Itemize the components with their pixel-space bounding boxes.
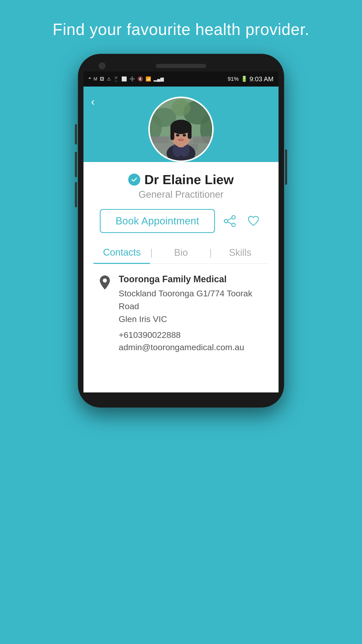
svg-point-29 xyxy=(103,278,107,283)
clinic-name: Tooronga Family Medical xyxy=(119,274,263,285)
svg-point-23 xyxy=(178,139,184,141)
location-pin-icon xyxy=(99,275,111,291)
status-time: 9:03 AM xyxy=(250,75,274,83)
gmail-icon: M xyxy=(94,76,97,82)
tagline: Find your favourite health provider. xyxy=(53,20,309,39)
clinic-address-line1: Stockland Tooronga G1/774 Toorak Road xyxy=(119,289,252,311)
tabs-row: Contacts | Bio | Skills xyxy=(94,242,268,264)
plus-icon: ➕ xyxy=(129,76,135,82)
signal-icon: ▂▄▆ xyxy=(154,76,164,82)
app-bottom-pad xyxy=(83,372,279,392)
avatar xyxy=(148,97,214,162)
favourite-button[interactable] xyxy=(245,212,262,230)
quote-icon: ❝ xyxy=(88,76,91,82)
battery-percentage: 91% xyxy=(228,76,239,82)
clinic-address-line2: Glen Iris VIC xyxy=(119,314,167,324)
volume-down-button xyxy=(75,152,77,177)
volume-up-button xyxy=(75,124,77,144)
heart-icon xyxy=(247,215,260,227)
status-icons-right: 91% 🔋 9:03 AM xyxy=(228,75,274,83)
speaker xyxy=(156,64,206,68)
phone-icon: 📱 xyxy=(113,76,119,82)
verified-icon xyxy=(128,174,140,186)
share-icon xyxy=(223,215,236,227)
back-button[interactable]: ‹ xyxy=(91,95,95,108)
svg-rect-7 xyxy=(150,137,169,143)
app-content: ‹ xyxy=(83,87,279,392)
svg-point-24 xyxy=(232,216,235,219)
power-button xyxy=(285,149,287,185)
battery-icon: 🔋 xyxy=(241,76,248,82)
checkmark-icon xyxy=(131,176,138,183)
doctor-name-row: Dr Elaine Liew xyxy=(128,172,234,187)
front-camera xyxy=(99,62,106,69)
tab-contacts[interactable]: Contacts xyxy=(94,242,150,264)
silent-button xyxy=(75,182,77,207)
tab-divider-2: | xyxy=(209,247,212,258)
svg-point-22 xyxy=(183,134,186,137)
tab-divider-1: | xyxy=(150,247,153,258)
svg-point-20 xyxy=(170,122,192,131)
svg-point-3 xyxy=(171,99,191,116)
clinic-email[interactable]: admin@toorongamedical.com.au xyxy=(119,342,263,352)
clinic-phone[interactable]: +610390022888 xyxy=(119,330,263,340)
warning-icon: ⚠ xyxy=(107,76,111,82)
svg-line-28 xyxy=(228,222,232,224)
svg-point-21 xyxy=(176,134,179,137)
avatar-image xyxy=(150,98,212,160)
clinic-address: Stockland Tooronga G1/774 Toorak Road Gl… xyxy=(119,287,263,326)
image-icon: 🖼 xyxy=(100,76,104,82)
doctor-name: Dr Elaine Liew xyxy=(144,172,234,187)
status-bar: ❝ M 🖼 ⚠ 📱 ⬜ ➕ 🔇 📶 ▂▄▆ 91% 🔋 9:03 AM xyxy=(83,71,279,87)
svg-point-25 xyxy=(232,223,235,227)
doctor-specialty: General Practitioner xyxy=(139,189,223,200)
tab-skills[interactable]: Skills xyxy=(212,242,268,263)
status-icons-left: ❝ M 🖼 ⚠ 📱 ⬜ ➕ 🔇 📶 ▂▄▆ xyxy=(88,76,164,82)
phone-shell: ❝ M 🖼 ⚠ 📱 ⬜ ➕ 🔇 📶 ▂▄▆ 91% 🔋 9:03 AM ‹ xyxy=(78,54,284,408)
contacts-section: Tooronga Family Medical Stockland Tooron… xyxy=(94,264,268,362)
phone-top xyxy=(83,64,279,68)
wifi-icon: 📶 xyxy=(146,76,151,82)
app-header: ‹ xyxy=(83,87,279,162)
map-pin-icon xyxy=(99,275,111,290)
profile-info: Dr Elaine Liew General Practitioner Book… xyxy=(83,162,279,372)
contact-details: Tooronga Family Medical Stockland Tooron… xyxy=(119,274,263,352)
svg-line-27 xyxy=(228,218,232,220)
action-row: Book Appointment xyxy=(100,209,262,233)
svg-point-26 xyxy=(224,219,228,223)
tab-bio[interactable]: Bio xyxy=(153,242,209,263)
mute-icon: 🔇 xyxy=(138,76,143,82)
share-button[interactable] xyxy=(221,212,239,230)
box-icon: ⬜ xyxy=(121,76,127,82)
svg-rect-9 xyxy=(193,137,212,143)
book-appointment-button[interactable]: Book Appointment xyxy=(100,209,215,233)
